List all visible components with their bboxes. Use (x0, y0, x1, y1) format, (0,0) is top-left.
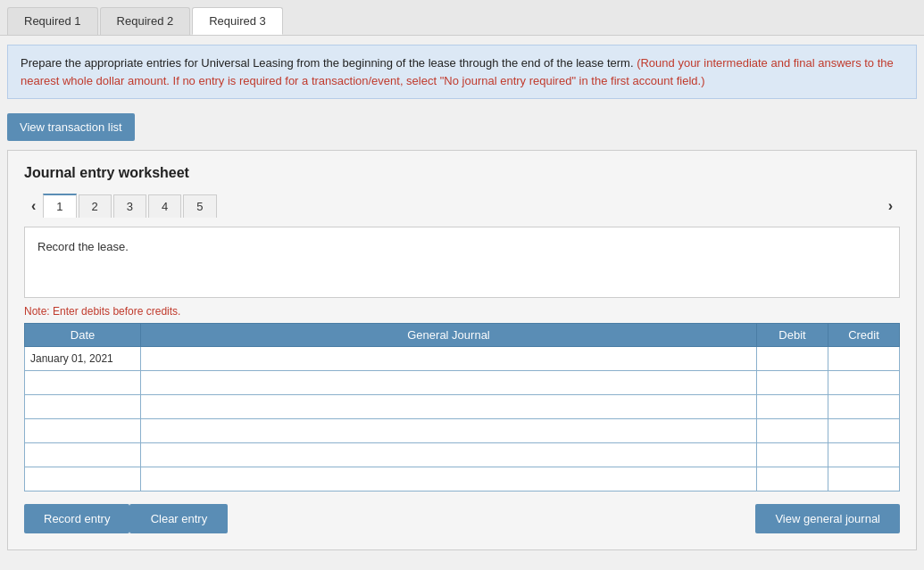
instruction-box: Prepare the appropriate entries for Univ… (7, 45, 917, 99)
tab-required3[interactable]: Required 3 (192, 7, 283, 35)
prev-page-button[interactable]: ‹ (24, 194, 43, 218)
instruction-main-text: Prepare the appropriate entries for Univ… (21, 56, 634, 70)
debit-input-0[interactable] (761, 350, 824, 368)
col-header-date: Date (25, 324, 141, 347)
col-header-general-journal: General Journal (141, 324, 757, 347)
record-box-text: Record the lease. (37, 240, 129, 253)
debit-input-3[interactable] (761, 422, 824, 440)
general-journal-cell-5[interactable] (141, 467, 757, 492)
debit-input-1[interactable] (761, 374, 824, 392)
pagination-row: ‹ 1 2 3 4 5 › (24, 194, 900, 218)
general-journal-cell-2[interactable] (141, 395, 757, 419)
general-journal-input-2[interactable] (145, 398, 753, 416)
general-journal-cell-4[interactable] (141, 443, 757, 467)
credit-input-1[interactable] (832, 374, 895, 392)
general-journal-cell-3[interactable] (141, 419, 757, 443)
credit-cell-3[interactable] (828, 419, 900, 443)
debit-cell-0[interactable] (757, 347, 828, 371)
clear-entry-button[interactable]: Clear entry (129, 504, 228, 533)
debit-cell-1[interactable] (757, 371, 828, 395)
debit-cell-4[interactable] (757, 443, 828, 467)
general-journal-cell-1[interactable] (141, 371, 757, 395)
page-5-button[interactable]: 5 (183, 194, 216, 218)
credit-input-5[interactable] (832, 470, 895, 488)
general-journal-input-3[interactable] (145, 422, 753, 440)
col-header-credit: Credit (828, 324, 900, 347)
next-page-button[interactable]: › (881, 194, 900, 218)
table-row (25, 443, 900, 467)
credit-cell-0[interactable] (828, 347, 900, 371)
view-general-journal-button[interactable]: View general journal (755, 504, 900, 533)
credit-input-3[interactable] (832, 422, 895, 440)
debit-cell-2[interactable] (757, 395, 828, 419)
table-row: January 01, 2021 (25, 347, 900, 371)
date-cell-0: January 01, 2021 (25, 347, 141, 371)
view-transaction-list-button[interactable]: View transaction list (7, 113, 135, 141)
date-cell-3 (25, 419, 141, 443)
debit-input-5[interactable] (761, 470, 824, 488)
general-journal-input-5[interactable] (145, 470, 753, 488)
tab-required1[interactable]: Required 1 (7, 7, 98, 35)
record-box: Record the lease. (24, 227, 900, 298)
credit-input-0[interactable] (832, 350, 895, 368)
worksheet-container: Journal entry worksheet ‹ 1 2 3 4 5 › Re… (7, 150, 917, 550)
page-2-button[interactable]: 2 (79, 194, 112, 218)
date-cell-5 (25, 467, 141, 492)
table-row (25, 371, 900, 395)
debit-cell-3[interactable] (757, 419, 828, 443)
debit-input-2[interactable] (761, 398, 824, 416)
credit-cell-1[interactable] (828, 371, 900, 395)
page-1-button[interactable]: 1 (43, 194, 76, 218)
general-journal-input-0[interactable] (145, 350, 753, 368)
page-4-button[interactable]: 4 (148, 194, 181, 218)
credit-cell-2[interactable] (828, 395, 900, 419)
credit-input-4[interactable] (832, 446, 895, 464)
date-cell-2 (25, 395, 141, 419)
general-journal-input-1[interactable] (145, 374, 753, 392)
tab-required2[interactable]: Required 2 (100, 7, 191, 35)
table-row (25, 395, 900, 419)
tabs-bar: Required 1 Required 2 Required 3 (0, 0, 924, 36)
worksheet-title: Journal entry worksheet (24, 165, 900, 181)
page-3-button[interactable]: 3 (113, 194, 146, 218)
table-row (25, 467, 900, 492)
credit-cell-4[interactable] (828, 443, 900, 467)
credit-cell-5[interactable] (828, 467, 900, 492)
debit-cell-5[interactable] (757, 467, 828, 492)
note-text: Note: Enter debits before credits. (24, 305, 900, 318)
buttons-row: Record entry Clear entry View general jo… (24, 504, 900, 533)
col-header-debit: Debit (757, 324, 828, 347)
general-journal-cell-0[interactable] (141, 347, 757, 371)
date-cell-1 (25, 371, 141, 395)
table-row (25, 419, 900, 443)
date-cell-4 (25, 443, 141, 467)
record-entry-button[interactable]: Record entry (24, 504, 129, 533)
general-journal-input-4[interactable] (145, 446, 753, 464)
debit-input-4[interactable] (761, 446, 824, 464)
journal-table: Date General Journal Debit Credit Januar… (24, 323, 900, 492)
credit-input-2[interactable] (832, 398, 895, 416)
